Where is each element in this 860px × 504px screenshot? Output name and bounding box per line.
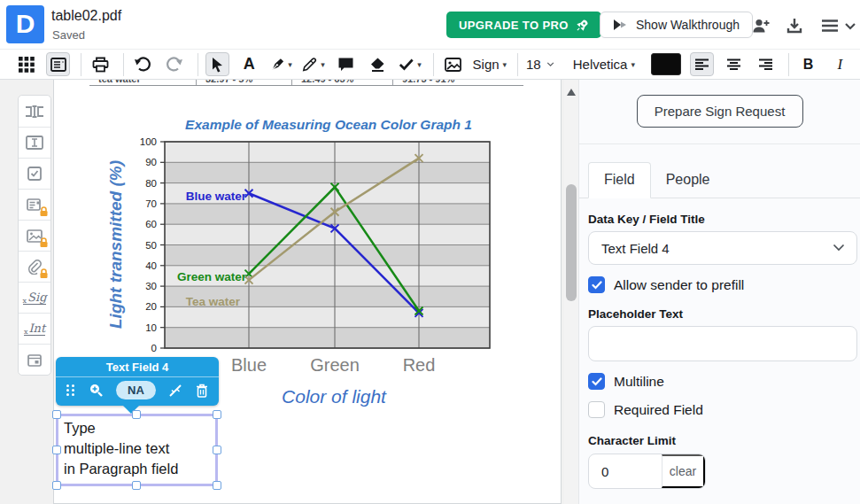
dochub-logo[interactable]: D [6, 5, 44, 43]
attachment-field-tool[interactable] [19, 251, 50, 282]
redo-button[interactable] [163, 52, 187, 76]
image-field-tool[interactable] [19, 220, 50, 251]
required-checkbox-row[interactable]: Required Field [588, 401, 860, 418]
multiline-checkbox-row[interactable]: Multiline [588, 373, 860, 390]
text-tool[interactable]: A [237, 52, 261, 76]
check-dropdown-caret[interactable]: ▾ [417, 60, 422, 69]
date-field-tool[interactable] [19, 344, 50, 375]
svg-text:Light transmitted (%): Light transmitted (%) [106, 160, 125, 329]
italic-button[interactable]: I [828, 52, 852, 76]
print-button[interactable] [89, 52, 112, 76]
scroll-up-arrow[interactable] [567, 89, 576, 96]
highlight-tool[interactable]: ▾ [301, 52, 326, 76]
font-color-swatch[interactable] [651, 53, 681, 75]
canvas-scrollbar[interactable] [564, 80, 578, 504]
multiline-label: Multiline [614, 374, 664, 390]
comment-tool[interactable] [334, 52, 358, 76]
resize-handle-w[interactable] [52, 446, 61, 454]
dochub-editor-window: D table02.pdf Saved UPGRADE TO PRO Show … [0, 0, 860, 504]
delete-field-icon[interactable] [196, 384, 208, 398]
resize-handle-n[interactable] [132, 410, 141, 419]
field-properties-sidebar: Prepare Sign Request Field People Data K… [578, 80, 860, 504]
multiline-checkbox[interactable] [588, 373, 605, 390]
pen-tool[interactable]: ▾ [269, 52, 293, 76]
page-panel-button[interactable] [46, 52, 70, 76]
menu-icon[interactable] [819, 15, 841, 36]
svg-text:60: 60 [145, 219, 157, 229]
align-right-button[interactable] [754, 52, 778, 76]
text-box-tool[interactable] [19, 127, 50, 158]
na-button[interactable]: NA [116, 381, 156, 399]
align-center-button[interactable] [722, 52, 746, 76]
italic-label: I [838, 56, 843, 74]
data-key-label: Data Key / Field Title [588, 213, 860, 226]
field-tools-rail: xSig xInt [18, 95, 51, 376]
prefill-checkbox[interactable] [588, 276, 605, 293]
document-canvas: tea water 32.97 - 5% 12.49 - 63% 91.73 -… [0, 80, 578, 504]
svg-text:Blue water: Blue water [186, 190, 247, 203]
sidebar-tabs: Field People [579, 159, 860, 198]
grid-view-button[interactable] [14, 52, 38, 76]
select-cursor-tool[interactable] [205, 52, 229, 76]
resize-handle-ne[interactable] [213, 410, 221, 419]
clear-button[interactable]: clear [662, 454, 705, 488]
rocket-icon [576, 19, 589, 32]
toolbar-separator [123, 53, 124, 76]
zoom-in-icon[interactable] [89, 383, 104, 398]
show-walkthrough-button[interactable]: Show Walkthrough [600, 12, 753, 38]
scrollbar-thumb[interactable] [566, 184, 577, 301]
bold-button[interactable]: B [796, 52, 820, 76]
resize-handle-nw[interactable] [52, 410, 61, 419]
font-family-select[interactable]: Helvetica ▾ [574, 52, 634, 76]
table-cell: 32.97 - 5% [205, 80, 252, 84]
check-tool[interactable]: ▾ [398, 52, 422, 76]
drag-handle-icon[interactable] [66, 384, 75, 396]
svg-text:90: 90 [145, 157, 157, 167]
download-icon[interactable] [784, 15, 805, 36]
toolbar-separator [517, 53, 518, 76]
prefill-checkbox-row[interactable]: Allow sender to prefill [588, 276, 860, 293]
character-limit-input[interactable]: 0 [589, 454, 662, 488]
checkbox-tool[interactable] [19, 158, 50, 189]
upgrade-to-pro-button[interactable]: UPGRADE TO PRO [446, 12, 601, 38]
resize-handle-sw[interactable] [52, 481, 61, 490]
svg-text:80: 80 [145, 178, 157, 189]
data-key-select[interactable]: Text Field 4 [588, 231, 857, 265]
prepare-sign-request-button[interactable]: Prepare Sign Request [637, 95, 803, 128]
add-user-icon[interactable] [750, 15, 771, 36]
placeholder-label: Placeholder Text [588, 307, 860, 321]
character-limit-group: 0 clear [588, 454, 706, 489]
text-field-tool[interactable] [19, 96, 50, 127]
svg-text:Tea water: Tea water [186, 295, 241, 308]
align-left-button[interactable] [690, 52, 714, 76]
toolbar-separator [81, 53, 81, 76]
sign-menu-button[interactable]: Sign ▾ [473, 52, 507, 76]
resize-handle-se[interactable] [213, 481, 221, 490]
svg-text:0: 0 [151, 343, 157, 353]
font-size-select[interactable]: 18 [525, 52, 555, 76]
tab-people[interactable]: People [651, 163, 725, 198]
svg-text:100: 100 [140, 136, 157, 147]
tab-field[interactable]: Field [588, 162, 651, 198]
required-checkbox[interactable] [588, 401, 605, 418]
paragraph-text-field[interactable]: Type multiple-line text in Paragraph fie… [56, 414, 218, 486]
sig-label: Sig [27, 291, 46, 304]
insert-image-button[interactable] [441, 52, 465, 76]
eraser-tool[interactable] [366, 52, 390, 76]
wand-icon[interactable] [168, 384, 182, 398]
resize-handle-s[interactable] [132, 481, 141, 490]
undo-button[interactable] [131, 52, 155, 76]
svg-text:Green: Green [310, 355, 360, 375]
font-family-value: Helvetica [573, 57, 628, 72]
sign-label: Sign [473, 57, 500, 72]
highlight-dropdown-caret[interactable]: ▾ [321, 60, 325, 69]
svg-text:50: 50 [145, 240, 157, 251]
signature-field-tool[interactable]: xSig [19, 282, 50, 313]
placeholder-input[interactable] [588, 326, 857, 361]
dropdown-field-tool[interactable] [19, 189, 50, 220]
initials-field-tool[interactable]: xInt [19, 313, 50, 344]
resize-handle-e[interactable] [213, 446, 221, 454]
sidebar-divider [579, 143, 860, 144]
pen-dropdown-caret[interactable]: ▾ [288, 60, 292, 69]
menu-chevron-down-icon[interactable] [840, 15, 860, 36]
